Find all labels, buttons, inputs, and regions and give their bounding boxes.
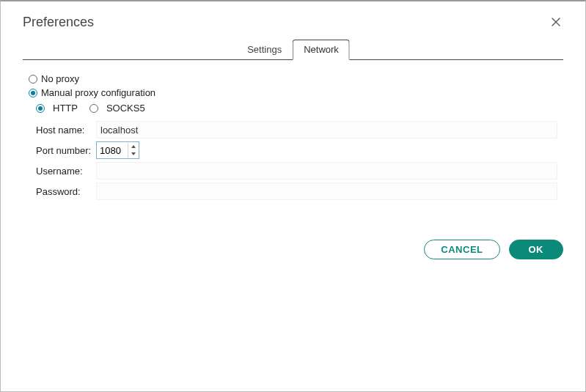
- port-spinner[interactable]: [96, 141, 139, 159]
- close-icon[interactable]: [550, 16, 563, 29]
- radio-row-manual[interactable]: Manual proxy configuration: [29, 87, 557, 98]
- radio-row-no-proxy[interactable]: No proxy: [29, 73, 557, 84]
- network-form: No proxy Manual proxy configuration HTTP…: [23, 60, 563, 200]
- tab-strip: Settings Network: [23, 40, 563, 60]
- dialog-footer: CANCEL OK: [424, 240, 563, 259]
- radio-manual[interactable]: [29, 89, 37, 97]
- cancel-button[interactable]: CANCEL: [424, 240, 499, 259]
- spinner-down-icon[interactable]: [128, 150, 139, 158]
- port-label: Port number:: [29, 145, 96, 156]
- dialog-title: Preferences: [23, 15, 94, 30]
- tab-container: Settings Network: [236, 40, 350, 60]
- radio-no-proxy-label: No proxy: [41, 73, 79, 84]
- ok-button[interactable]: OK: [509, 240, 564, 259]
- username-label: Username:: [29, 166, 96, 177]
- radio-manual-label: Manual proxy configuration: [41, 87, 155, 98]
- spinner-up-icon[interactable]: [128, 143, 139, 150]
- host-input[interactable]: [96, 121, 557, 138]
- username-input[interactable]: [96, 162, 557, 180]
- password-label: Password:: [29, 186, 96, 197]
- host-row: Host name:: [29, 121, 557, 138]
- tab-network[interactable]: Network: [293, 40, 350, 60]
- password-input[interactable]: [96, 182, 557, 200]
- proxy-type-row: HTTP SOCKS5: [36, 103, 557, 114]
- tab-settings[interactable]: Settings: [236, 40, 293, 60]
- host-label: Host name:: [29, 125, 96, 136]
- radio-http[interactable]: [36, 104, 45, 113]
- radio-no-proxy[interactable]: [29, 75, 37, 84]
- radio-socks5[interactable]: [89, 104, 98, 113]
- radio-http-label: HTTP: [53, 103, 78, 114]
- radio-socks5-label: SOCKS5: [106, 103, 145, 114]
- port-row: Port number:: [29, 141, 557, 159]
- password-row: Password:: [29, 182, 557, 200]
- titlebar: Preferences: [23, 1, 563, 40]
- preferences-dialog: Preferences Settings Network No proxy Ma…: [0, 0, 586, 392]
- port-input[interactable]: [97, 144, 128, 158]
- spinner-buttons: [128, 143, 139, 158]
- username-row: Username:: [29, 162, 557, 180]
